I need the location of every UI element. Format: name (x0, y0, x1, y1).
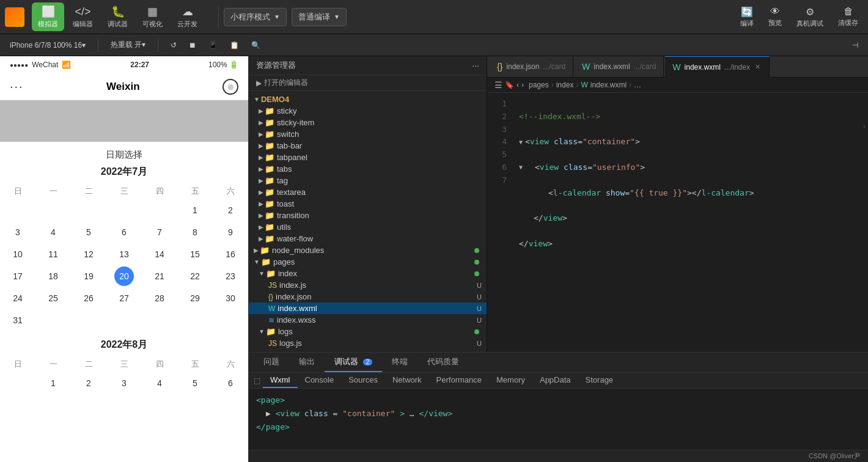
folder-textarea[interactable]: ▶ 📁 textarea (249, 186, 487, 198)
compile-selector[interactable]: 普通编译 ▼ (292, 8, 347, 26)
inspect-btn[interactable]: 🔍 (246, 40, 265, 51)
screenshot-btn[interactable]: 📋 (225, 40, 244, 51)
file-index-wxml[interactable]: W index.wxml U (249, 302, 487, 314)
tab-index-wxml-card[interactable]: W index.wxml .../card (575, 56, 664, 78)
folder-water-flow[interactable]: ▶ 📁 water-flow (249, 233, 487, 244)
aug-day-3[interactable]: 3 (106, 372, 142, 394)
day-4[interactable]: 4 (35, 221, 71, 243)
folder-transition[interactable]: ▶ 📁 transition (249, 210, 487, 221)
day-9[interactable]: 9 (213, 221, 248, 243)
debugger-button[interactable]: 🐛 调试器 (101, 2, 134, 31)
folder-sticky-item[interactable]: ▶ 📁 sticky-item (249, 117, 487, 128)
day-10[interactable]: 10 (0, 243, 35, 265)
breadcrumb-back[interactable]: ‹ (517, 81, 519, 89)
day-28[interactable]: 28 (142, 287, 177, 309)
tab-terminal[interactable]: 终端 (382, 353, 417, 372)
tab-issues[interactable]: 问题 (254, 353, 289, 372)
wxml-tab-appdata[interactable]: AppData (532, 373, 578, 388)
clear-button[interactable]: 🗑 清缓存 (833, 5, 863, 29)
day-22[interactable]: 22 (177, 265, 213, 287)
real-machine-button[interactable]: ⚙ 真机调试 (792, 5, 828, 29)
mode-selector[interactable]: 小程序模式 ▼ (224, 8, 287, 26)
day-17[interactable]: 17 (0, 265, 35, 287)
tab-index-wxml-index[interactable]: W index.wxml .../index ✕ (665, 56, 770, 78)
breadcrumb-forward[interactable]: › (521, 81, 524, 89)
refresh-btn[interactable]: ↺ (166, 40, 182, 51)
tab-code-quality[interactable]: 代码质量 (417, 353, 469, 372)
code-area[interactable]: <!--index.wxml--> ▼<view class="containe… (512, 93, 868, 352)
folder-tabpanel[interactable]: ▶ 📁 tabpanel (249, 152, 487, 163)
aug-day-6[interactable]: 6 (213, 372, 248, 394)
wxml-tab-wxml[interactable]: Wxml (263, 373, 298, 388)
folder-sticky[interactable]: ▶ 📁 sticky (249, 105, 487, 117)
day-14[interactable]: 14 (142, 243, 177, 265)
day-13[interactable]: 13 (106, 243, 142, 265)
day-31[interactable]: 31 (0, 309, 35, 331)
wxml-tab-performance[interactable]: Performance (429, 373, 489, 388)
file-index-json[interactable]: {} index.json U (249, 291, 487, 302)
folder-logs[interactable]: ▼ 📁 logs (249, 326, 487, 337)
cloud-button[interactable]: ☁ 云开发 (171, 2, 204, 31)
folder-tag[interactable]: ▶ 📁 tag (249, 175, 487, 186)
day-25[interactable]: 25 (35, 287, 71, 309)
day-26[interactable]: 26 (71, 287, 106, 309)
day-20-selected[interactable]: 20 (114, 266, 134, 286)
day-5[interactable]: 5 (71, 221, 106, 243)
day-18[interactable]: 18 (35, 265, 71, 287)
phone-nav-record[interactable]: ⏺ (223, 79, 238, 95)
folder-toast[interactable]: ▶ 📁 toast (249, 198, 487, 210)
open-editors-section[interactable]: ▶ 打开的编辑器 (249, 75, 487, 91)
stop-btn[interactable]: ⏹ (184, 40, 201, 51)
day-7[interactable]: 7 (142, 221, 177, 243)
demo4-folder[interactable]: ▼ DEMO4 (249, 94, 487, 105)
tab-close-icon[interactable]: ✕ (754, 63, 762, 71)
wxml-tab-memory[interactable]: Memory (489, 373, 532, 388)
folder-tabs[interactable]: ▶ 📁 tabs (249, 163, 487, 175)
day-29[interactable]: 29 (177, 287, 213, 309)
editor-button[interactable]: </> 编辑器 (67, 3, 99, 31)
tab-output[interactable]: 输出 (289, 353, 325, 372)
wxml-tab-network[interactable]: Network (385, 373, 429, 388)
tab-index-json[interactable]: {} index.json .../card (490, 56, 573, 78)
day-3[interactable]: 3 (0, 221, 35, 243)
compile-button[interactable]: 🔄 编译 (735, 5, 759, 29)
day-6[interactable]: 6 (106, 221, 142, 243)
folder-index[interactable]: ▼ 📁 index (249, 268, 487, 279)
aug-day-2[interactable]: 2 (71, 372, 106, 394)
file-logs-js[interactable]: JS logs.js U (249, 337, 487, 349)
aug-day-5[interactable]: 5 (177, 372, 213, 394)
file-logs-json[interactable]: {} logs.json U (249, 349, 487, 352)
preview-button[interactable]: 👁 预览 (763, 5, 787, 29)
folder-pages[interactable]: ▼ 📁 pages (249, 256, 487, 268)
sidebar-toggle[interactable]: ⊣ (847, 40, 863, 51)
day-30[interactable]: 30 (213, 287, 248, 309)
wxml-tab-console[interactable]: Console (298, 373, 342, 388)
day-23[interactable]: 23 (213, 265, 248, 287)
day-21[interactable]: 21 (142, 265, 177, 287)
wxml-tab-sources[interactable]: Sources (341, 373, 385, 388)
device-selector[interactable]: iPhone 6/7/8 100% 16▾ (5, 40, 90, 51)
day-19[interactable]: 19 (71, 265, 106, 287)
folder-tab-bar[interactable]: ▶ 📁 tab-bar (249, 140, 487, 152)
day-27[interactable]: 27 (106, 287, 142, 309)
file-tree-dots-action[interactable]: ··· (472, 61, 479, 70)
day-24[interactable]: 24 (0, 287, 35, 309)
folder-switch[interactable]: ▶ 📁 switch (249, 128, 487, 140)
visualize-button[interactable]: ▦ 可视化 (136, 2, 169, 31)
wxml-tab-storage[interactable]: Storage (578, 373, 621, 388)
hotreload-button[interactable]: 热重载 开▾ (106, 38, 150, 51)
aug-day-1[interactable]: 1 (35, 372, 71, 394)
file-index-js[interactable]: JS index.js U (249, 279, 487, 291)
day-12[interactable]: 12 (71, 243, 106, 265)
folder-node-modules[interactable]: ▶ 📁 node_modules (249, 244, 487, 256)
day-11[interactable]: 11 (35, 243, 71, 265)
day-15[interactable]: 15 (177, 243, 213, 265)
tab-debugger[interactable]: 调试器 2 (325, 353, 382, 372)
simulator-button[interactable]: ⬜ 模拟器 (32, 2, 64, 31)
day-2[interactable]: 2 (213, 199, 248, 221)
file-index-wxss[interactable]: ≋ index.wxss U (249, 314, 487, 326)
day-16[interactable]: 16 (213, 243, 248, 265)
aug-day-4[interactable]: 4 (142, 372, 177, 394)
day-8[interactable]: 8 (177, 221, 213, 243)
device-frame-btn[interactable]: 📱 (204, 40, 223, 51)
